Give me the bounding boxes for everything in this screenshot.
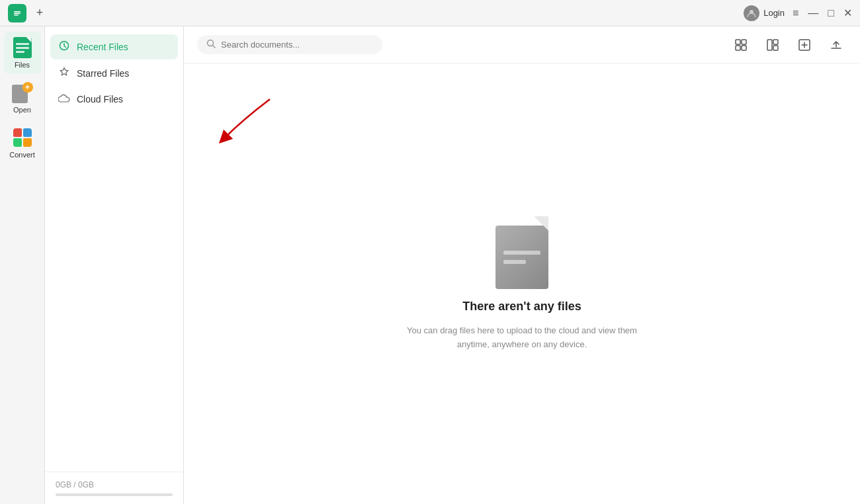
starred-label: Starred Files [77, 68, 129, 79]
files-icon [12, 37, 33, 58]
svg-rect-11 [742, 46, 746, 50]
user-login-button[interactable]: Login [744, 5, 785, 21]
layout-button[interactable] [762, 34, 783, 56]
search-input[interactable] [221, 40, 373, 50]
nav-item-starred[interactable]: Starred Files [50, 61, 178, 86]
open-badge: + [22, 82, 33, 93]
recent-label: Recent Files [77, 42, 128, 52]
window-controls: ≡ — □ ✕ [793, 8, 852, 19]
content-area: There aren't any files You can drag file… [184, 26, 860, 504]
svg-rect-13 [773, 40, 778, 44]
grid-view-button[interactable] [730, 34, 752, 56]
maximize-button[interactable]: □ [828, 8, 834, 19]
menu-button[interactable]: ≡ [793, 8, 798, 19]
empty-subtitle: You can drag files here to upload to the… [396, 324, 648, 352]
svg-rect-2 [14, 13, 21, 14]
nav-items: Recent Files Starred Files Cloud Fil [45, 26, 183, 472]
convert-label: Convert [9, 151, 35, 159]
empty-state-icon [489, 216, 555, 289]
user-avatar [744, 5, 759, 21]
sidebar-item-convert[interactable]: Convert [4, 122, 41, 164]
titlebar-right: Login ≡ — □ ✕ [744, 5, 852, 21]
app-logo [8, 4, 26, 22]
nav-footer: 0GB / 0GB [45, 472, 183, 504]
sidebar-item-files[interactable]: Files [4, 32, 41, 74]
svg-line-7 [213, 46, 216, 48]
cloud-label: Cloud Files [77, 94, 123, 105]
open-icon: + [12, 82, 33, 103]
add-button[interactable] [794, 34, 815, 56]
svg-rect-14 [773, 46, 778, 50]
close-button[interactable]: ✕ [843, 8, 852, 19]
nav-panel: Recent Files Starred Files Cloud Fil [45, 26, 184, 504]
upload-button[interactable] [826, 34, 847, 56]
svg-rect-9 [742, 40, 746, 44]
open-label: Open [13, 106, 31, 114]
nav-item-cloud[interactable]: Cloud Files [50, 87, 178, 111]
svg-rect-3 [14, 15, 19, 16]
sidebar-item-open[interactable]: + Open [4, 77, 41, 119]
empty-state: There aren't any files You can drag file… [184, 63, 860, 504]
nav-item-recent[interactable]: Recent Files [50, 34, 178, 60]
toolbar-actions [730, 34, 847, 56]
svg-rect-10 [736, 46, 740, 50]
titlebar: + Login ≡ — □ ✕ [0, 0, 860, 26]
svg-rect-1 [14, 11, 21, 13]
empty-title: There aren't any files [462, 300, 581, 314]
minimize-button[interactable]: — [808, 8, 818, 19]
cloud-icon [58, 93, 70, 105]
storage-label: 0GB / 0GB [56, 480, 94, 489]
storage-bar [56, 493, 173, 496]
main-content: Files + Open Convert [0, 26, 860, 504]
new-tab-button[interactable]: + [32, 5, 48, 21]
content-toolbar [184, 26, 860, 63]
svg-rect-8 [736, 40, 740, 44]
search-box[interactable] [197, 35, 382, 54]
convert-icon [12, 127, 33, 148]
star-icon [58, 67, 70, 80]
user-login-label: Login [763, 8, 785, 18]
recent-icon [58, 40, 70, 54]
search-icon [206, 39, 216, 50]
icon-rail: Files + Open Convert [0, 26, 45, 504]
files-label: Files [15, 61, 30, 69]
svg-rect-12 [767, 40, 772, 50]
